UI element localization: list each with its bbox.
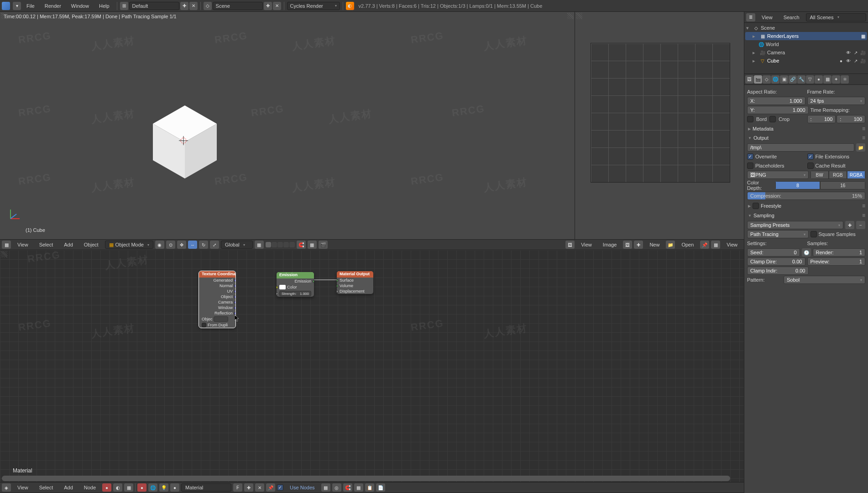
help-menu[interactable]: Help — [94, 2, 114, 10]
copy-icon[interactable]: 📋 — [365, 483, 374, 492]
add-layout-icon[interactable]: ✚ — [180, 2, 188, 10]
node-editor-type-icon[interactable]: ◈ — [2, 483, 11, 492]
orientation-dropdown[interactable]: Global▾ — [221, 241, 253, 249]
color-rgba-button[interactable]: RGBA — [847, 171, 865, 179]
add-material-icon[interactable]: ✚ — [244, 483, 253, 492]
tab-object-icon[interactable]: ▣ — [780, 75, 788, 84]
screen-layout-icon[interactable]: ⊞ — [120, 2, 128, 10]
outliner-type-icon[interactable]: ≣ — [746, 13, 755, 21]
material-browse-icon[interactable]: ● — [170, 483, 179, 492]
clamp-indirect-field[interactable]: Clamp Indir:0.00 — [747, 267, 809, 275]
object-menu[interactable]: Object — [79, 241, 103, 248]
material-name-field[interactable]: Material — [181, 483, 231, 492]
img-open-button[interactable]: Open — [677, 241, 698, 248]
render-engine-field[interactable]: Cycles Render▾ — [287, 2, 340, 10]
delete-material-icon[interactable]: ✕ — [255, 483, 264, 492]
border-checkbox[interactable] — [747, 116, 753, 122]
overwrite-checkbox[interactable]: ✓ — [747, 153, 753, 160]
scrollbar-horizontal[interactable] — [2, 476, 730, 481]
tab-data-icon[interactable]: ▽ — [806, 75, 814, 84]
seed-field[interactable]: Seed:0 — [747, 248, 800, 257]
tab-material-icon[interactable]: ● — [815, 75, 823, 84]
tree-row-renderlayers[interactable]: ▸▦RenderLayers▦ — [745, 32, 867, 40]
tab-texture-icon[interactable]: ▦ — [823, 75, 831, 84]
color-rgb-button[interactable]: RGB — [829, 171, 847, 179]
outliner-view-menu[interactable]: View — [757, 14, 777, 21]
translate-manipulator-icon[interactable]: ↔ — [188, 241, 197, 249]
shader-type-icon[interactable]: ● — [102, 483, 111, 492]
render-preview-icon[interactable]: 🎬 — [319, 241, 328, 249]
split-corner-icon[interactable] — [1, 251, 7, 257]
sampling-presets-dropdown[interactable]: Sampling Presets▾ — [747, 221, 843, 229]
use-nodes-label[interactable]: Use Nodes — [285, 484, 319, 491]
manipulator-icon[interactable]: ✥ — [177, 241, 186, 249]
tree-row-camera[interactable]: ▸🎥Camera👁↗🎥 — [745, 48, 867, 57]
lamp-shader-icon[interactable]: 💡 — [159, 483, 168, 492]
object-mode-dropdown[interactable]: ▦Object Mode▾ — [105, 241, 153, 249]
info-dropdown-icon[interactable]: ▾ — [13, 2, 21, 10]
aspect-y-field[interactable]: Y:1.000 — [747, 106, 809, 114]
tab-world-icon[interactable]: 🌐 — [771, 75, 779, 84]
depth-16-button[interactable]: 16 — [820, 181, 865, 189]
clamp-direct-field[interactable]: Clamp Dire:0.00 — [747, 257, 805, 266]
node-header[interactable]: Emission — [277, 272, 314, 278]
pin-material-icon[interactable]: 📌 — [266, 483, 275, 492]
add-menu[interactable]: Add — [59, 241, 78, 248]
node-input-color[interactable]: Color — [277, 284, 314, 290]
layer-buttons[interactable] — [266, 242, 295, 247]
editor-type-icon[interactable]: ▦ — [2, 241, 11, 249]
outliner-filter-dropdown[interactable]: All Scenes▾ — [806, 13, 866, 21]
view-menu[interactable]: View — [13, 241, 33, 248]
layers-grid-icon[interactable]: ▦ — [255, 241, 264, 249]
tree-row-cube[interactable]: ▸▽Cube●👁↗🎥 — [745, 57, 867, 65]
blender-logo-icon[interactable] — [2, 2, 10, 10]
output-panel-header[interactable]: ▼Output≡ — [747, 133, 865, 142]
image-editor-type-icon[interactable]: 🖼 — [565, 241, 575, 249]
scale-manipulator-icon[interactable]: ⤢ — [210, 241, 219, 249]
tab-constraints-icon[interactable]: 🔗 — [789, 75, 797, 84]
img-add-icon[interactable]: ✚ — [634, 241, 643, 249]
remap-old-field[interactable]: :100 — [807, 115, 836, 123]
use-nodes-checkbox[interactable]: ✓ — [277, 484, 283, 491]
freestyle-panel-header[interactable]: ▶Freestyle≡ — [747, 201, 865, 211]
depth-8-button[interactable]: 8 — [775, 181, 821, 189]
image-editor-viewport[interactable] — [575, 12, 744, 239]
compositing-type-icon[interactable]: ◐ — [113, 483, 122, 492]
preview-samples-field[interactable]: Preview:1 — [807, 257, 866, 266]
seed-clock-icon[interactable]: 🕐 — [802, 248, 811, 257]
auto-render-icon[interactable]: ◎ — [332, 483, 341, 492]
node-header[interactable]: Texture Coordinate — [199, 271, 235, 278]
add-preset-icon[interactable]: ✚ — [845, 221, 854, 229]
pin-icon[interactable]: 📌 — [700, 241, 709, 249]
snap-target-icon[interactable]: ▦ — [308, 241, 317, 249]
split-corner-icon[interactable] — [576, 13, 582, 19]
node-header[interactable]: Material Output — [337, 271, 373, 278]
backdrop-icon[interactable]: ▦ — [321, 483, 330, 492]
snap-node-icon[interactable]: 🧲 — [343, 483, 352, 492]
texture-coordinate-node[interactable]: Texture Coordinate Generated Normal UV O… — [199, 271, 235, 328]
scene-icon[interactable]: ◇ — [204, 2, 212, 10]
file-browse-icon[interactable]: 📁 — [856, 143, 865, 152]
img-open-icon[interactable]: 📁 — [666, 241, 675, 249]
fake-user-icon[interactable]: F — [233, 483, 242, 492]
delete-scene-icon[interactable]: ✕ — [273, 2, 281, 10]
tab-render-layers-icon[interactable]: 🎬 — [754, 75, 762, 84]
file-format-dropdown[interactable]: 🖼 PNG▾ — [747, 171, 809, 179]
img-view-menu-2[interactable]: View — [722, 241, 742, 248]
scene-field[interactable]: Scene — [213, 2, 263, 10]
freestyle-checkbox[interactable] — [753, 203, 759, 209]
add-scene-icon[interactable]: ✚ — [264, 2, 272, 10]
node-editor-area[interactable]: Texture Coordinate Generated Normal UV O… — [0, 250, 744, 482]
screen-layout-field[interactable]: Default — [129, 2, 179, 10]
tab-render-icon[interactable]: 🖼 — [745, 75, 753, 84]
delete-layout-icon[interactable]: ✕ — [189, 2, 198, 10]
texture-type-icon[interactable]: ▦ — [124, 483, 133, 492]
tab-scene-icon[interactable]: ◇ — [763, 75, 771, 84]
output-path-field[interactable]: /tmp\ — [747, 143, 854, 152]
color-bw-button[interactable]: BW — [810, 171, 829, 179]
node-node-menu[interactable]: Node — [79, 484, 100, 491]
tab-particles-icon[interactable]: ✦ — [832, 75, 840, 84]
framerate-dropdown[interactable]: 24 fps▾ — [807, 97, 866, 105]
outliner-search-menu[interactable]: Search — [779, 14, 804, 21]
img-view-menu[interactable]: View — [576, 241, 596, 248]
